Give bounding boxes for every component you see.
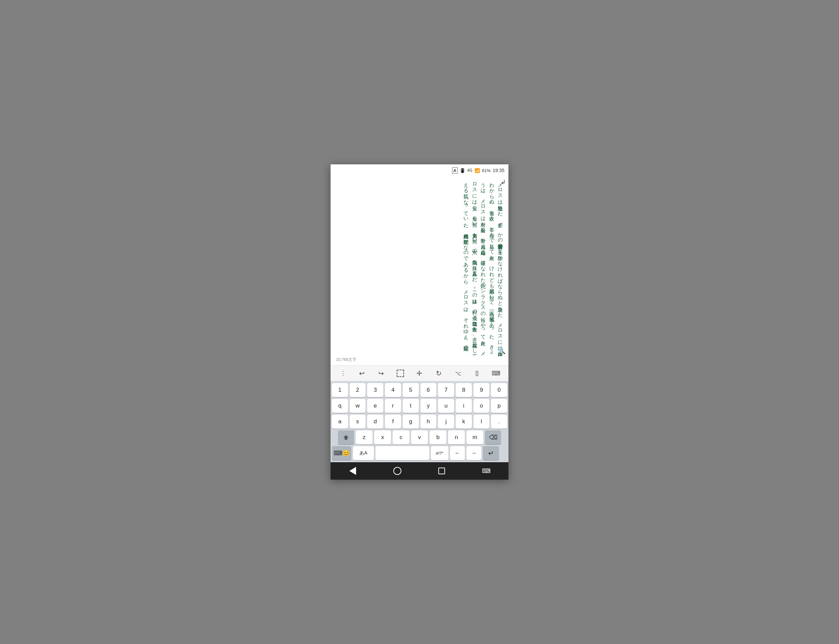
key-o[interactable]: o: [474, 399, 490, 413]
refresh-button[interactable]: ↻: [432, 367, 445, 380]
insert-button[interactable]: ⌥: [451, 367, 464, 380]
keyboard-emoji-button[interactable]: ⌨😊: [332, 446, 351, 460]
key-r[interactable]: r: [385, 399, 401, 413]
move-button[interactable]: ✛: [413, 367, 426, 380]
language-switch-key[interactable]: あA: [353, 446, 374, 460]
key-a[interactable]: a: [332, 415, 348, 429]
char-count-display: 10,768文字: [333, 356, 504, 364]
key-j[interactable]: j: [438, 415, 454, 429]
vibrate-icon: 📳: [460, 168, 465, 173]
phone-frame: A 📳 4G 📶 61% 19:35 ↲ メロスは激怒した。必ず、かの邪智暴虐の…: [331, 164, 508, 480]
back-triangle-icon: [349, 467, 356, 475]
cursor-left-key[interactable]: ←: [450, 446, 465, 460]
key-period[interactable]: .: [491, 415, 507, 429]
key-v[interactable]: v: [411, 430, 428, 444]
key-l[interactable]: l: [474, 415, 490, 429]
input-mode-icon: A: [452, 168, 458, 174]
key-7[interactable]: 7: [438, 383, 454, 397]
key-x[interactable]: x: [374, 430, 391, 444]
key-u[interactable]: u: [438, 399, 454, 413]
number-row: 1 2 3 4 5 6 7 8 9 0: [331, 381, 508, 397]
qwerty-row: q w e r t y u i o p: [331, 397, 508, 413]
key-w[interactable]: w: [350, 399, 366, 413]
keyboard-toggle-button[interactable]: ⌨: [490, 367, 502, 380]
key-z[interactable]: z: [356, 430, 372, 444]
key-b[interactable]: b: [429, 430, 446, 444]
select-mode-button[interactable]: [394, 367, 407, 380]
key-n[interactable]: n: [448, 430, 465, 444]
key-c[interactable]: c: [393, 430, 410, 444]
asdf-row: a s d f g h j k l .: [331, 413, 508, 429]
bracket-button[interactable]: []: [470, 367, 483, 380]
key-9[interactable]: 9: [474, 383, 490, 397]
key-t[interactable]: t: [403, 399, 419, 413]
backspace-key[interactable]: ⌫: [485, 430, 501, 444]
key-k[interactable]: k: [456, 415, 472, 429]
navigation-bar: ⌨: [331, 462, 508, 480]
key-5[interactable]: 5: [403, 383, 419, 397]
key-f[interactable]: f: [385, 415, 401, 429]
home-nav-button[interactable]: [389, 465, 406, 477]
key-h[interactable]: h: [421, 415, 437, 429]
status-bar: A 📳 4G 📶 61% 19:35: [331, 164, 508, 176]
key-3[interactable]: 3: [367, 383, 383, 397]
signal-icon: 4G: [467, 168, 472, 173]
more-options-button[interactable]: ⋮: [337, 367, 349, 380]
japanese-text-content[interactable]: メロスは激怒した。必ず、かの邪智暴虐の王を除かなければならぬと決意した。メロスに…: [333, 179, 504, 356]
key-8[interactable]: 8: [456, 383, 472, 397]
recent-square-icon: [438, 468, 445, 474]
undo-button[interactable]: ↩: [356, 367, 369, 380]
key-4[interactable]: 4: [385, 383, 401, 397]
shift-key[interactable]: [338, 430, 354, 444]
redo-button[interactable]: ↪: [375, 367, 388, 380]
key-g[interactable]: g: [403, 415, 419, 429]
key-m[interactable]: m: [467, 430, 483, 444]
key-2[interactable]: 2: [350, 383, 366, 397]
key-6[interactable]: 6: [421, 383, 437, 397]
key-0[interactable]: 0: [491, 383, 507, 397]
zxcv-row: z x c v b n m ⌫: [331, 429, 508, 444]
symbol-key[interactable]: #!?": [431, 446, 448, 460]
key-s[interactable]: s: [350, 415, 366, 429]
key-i[interactable]: i: [456, 399, 472, 413]
key-e[interactable]: e: [367, 399, 383, 413]
key-1[interactable]: 1: [332, 383, 348, 397]
key-q[interactable]: q: [332, 399, 348, 413]
editor-toolbar: ⋮ ↩ ↪ ✛ ↻ ⌥ [] ⌨: [331, 365, 508, 381]
keyboard-nav-button[interactable]: ⌨: [478, 465, 495, 477]
svg-marker-0: [343, 435, 349, 440]
search-icon[interactable]: 🔍: [497, 347, 506, 355]
key-d[interactable]: d: [367, 415, 383, 429]
battery-icon: 61%: [482, 168, 491, 173]
signal-bars: 📶: [475, 168, 480, 173]
space-key[interactable]: [375, 446, 429, 460]
key-p[interactable]: p: [491, 399, 507, 413]
recent-nav-button[interactable]: [433, 465, 450, 477]
keyboard-bottom-row: ⌨😊 あA #!?" ← → ↵: [331, 444, 508, 462]
home-circle-icon: [393, 467, 401, 475]
enter-key[interactable]: ↵: [483, 446, 499, 460]
keyboard: 1 2 3 4 5 6 7 8 9 0 q w e r t y u i o p …: [331, 381, 508, 462]
time-display: 19:35: [493, 168, 504, 173]
back-corner-icon: ↲: [501, 179, 506, 186]
text-editor-area[interactable]: ↲ メロスは激怒した。必ず、かの邪智暴虐の王を除かなければならぬと決意した。メロ…: [331, 176, 508, 365]
key-y[interactable]: y: [421, 399, 437, 413]
back-nav-button[interactable]: [344, 465, 361, 477]
cursor-right-key[interactable]: →: [467, 446, 481, 460]
